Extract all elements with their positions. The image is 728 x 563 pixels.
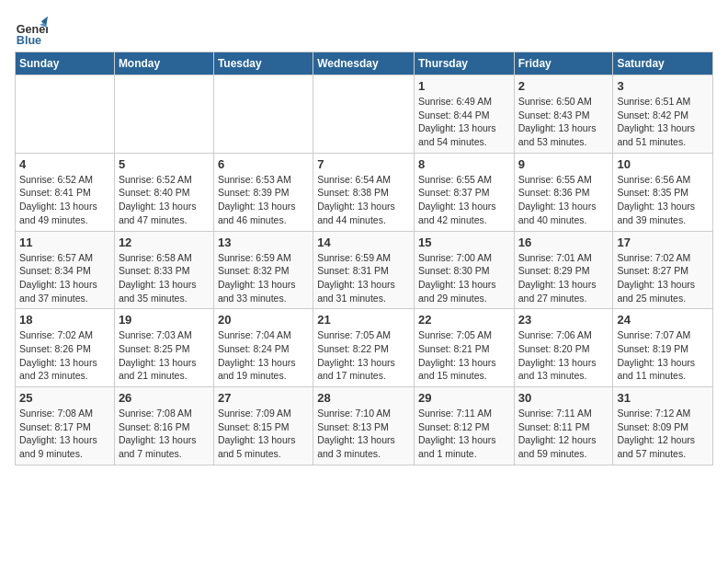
calendar-cell: 31Sunrise: 7:12 AM Sunset: 8:09 PM Dayli… bbox=[613, 387, 713, 465]
day-info: Sunrise: 7:02 AM Sunset: 8:27 PM Dayligh… bbox=[617, 251, 709, 305]
day-number: 30 bbox=[518, 391, 609, 405]
calendar-cell: 14Sunrise: 6:59 AM Sunset: 8:31 PM Dayli… bbox=[313, 231, 415, 309]
day-number: 26 bbox=[119, 391, 210, 405]
day-number: 3 bbox=[617, 79, 709, 93]
day-number: 29 bbox=[418, 391, 510, 405]
day-info: Sunrise: 7:12 AM Sunset: 8:09 PM Dayligh… bbox=[617, 407, 709, 461]
calendar-cell bbox=[16, 75, 115, 154]
calendar-cell: 25Sunrise: 7:08 AM Sunset: 8:17 PM Dayli… bbox=[16, 387, 115, 465]
column-header-wednesday: Wednesday bbox=[313, 52, 415, 75]
day-info: Sunrise: 7:08 AM Sunset: 8:17 PM Dayligh… bbox=[19, 407, 110, 461]
calendar-week-row: 25Sunrise: 7:08 AM Sunset: 8:17 PM Dayli… bbox=[16, 387, 713, 465]
day-number: 2 bbox=[518, 79, 609, 93]
calendar-cell: 15Sunrise: 7:00 AM Sunset: 8:30 PM Dayli… bbox=[414, 231, 514, 309]
day-info: Sunrise: 6:54 AM Sunset: 8:38 PM Dayligh… bbox=[317, 173, 410, 227]
calendar-cell: 1Sunrise: 6:49 AM Sunset: 8:44 PM Daylig… bbox=[414, 75, 514, 154]
day-info: Sunrise: 6:59 AM Sunset: 8:32 PM Dayligh… bbox=[218, 251, 309, 305]
calendar-cell: 29Sunrise: 7:11 AM Sunset: 8:12 PM Dayli… bbox=[414, 387, 514, 465]
day-number: 27 bbox=[218, 391, 309, 405]
calendar-cell: 22Sunrise: 7:05 AM Sunset: 8:21 PM Dayli… bbox=[414, 309, 514, 387]
calendar-cell: 21Sunrise: 7:05 AM Sunset: 8:22 PM Dayli… bbox=[313, 309, 415, 387]
day-number: 14 bbox=[317, 236, 410, 249]
calendar-cell: 26Sunrise: 7:08 AM Sunset: 8:16 PM Dayli… bbox=[114, 387, 213, 465]
day-info: Sunrise: 6:59 AM Sunset: 8:31 PM Dayligh… bbox=[317, 251, 410, 305]
day-info: Sunrise: 7:10 AM Sunset: 8:13 PM Dayligh… bbox=[317, 407, 410, 461]
day-info: Sunrise: 7:01 AM Sunset: 8:29 PM Dayligh… bbox=[518, 251, 609, 305]
day-number: 18 bbox=[19, 313, 110, 327]
calendar-cell: 23Sunrise: 7:06 AM Sunset: 8:20 PM Dayli… bbox=[514, 309, 613, 387]
day-info: Sunrise: 6:53 AM Sunset: 8:39 PM Dayligh… bbox=[218, 173, 309, 227]
calendar-cell: 5Sunrise: 6:52 AM Sunset: 8:40 PM Daylig… bbox=[114, 153, 213, 231]
day-info: Sunrise: 7:04 AM Sunset: 8:24 PM Dayligh… bbox=[218, 328, 309, 383]
calendar-cell: 2Sunrise: 6:50 AM Sunset: 8:43 PM Daylig… bbox=[514, 75, 613, 154]
calendar-cell: 7Sunrise: 6:54 AM Sunset: 8:38 PM Daylig… bbox=[313, 153, 415, 231]
page-header: General Blue bbox=[15, 15, 713, 48]
calendar-cell: 6Sunrise: 6:53 AM Sunset: 8:39 PM Daylig… bbox=[213, 153, 313, 231]
column-header-saturday: Saturday bbox=[613, 52, 713, 75]
calendar-cell: 4Sunrise: 6:52 AM Sunset: 8:41 PM Daylig… bbox=[16, 153, 115, 231]
day-info: Sunrise: 7:11 AM Sunset: 8:12 PM Dayligh… bbox=[418, 407, 510, 461]
svg-text:Blue: Blue bbox=[17, 34, 41, 47]
calendar-cell bbox=[114, 75, 213, 154]
day-number: 25 bbox=[19, 391, 110, 405]
day-number: 17 bbox=[617, 236, 709, 249]
day-number: 16 bbox=[518, 236, 609, 249]
day-info: Sunrise: 6:52 AM Sunset: 8:41 PM Dayligh… bbox=[19, 173, 110, 227]
day-info: Sunrise: 7:07 AM Sunset: 8:19 PM Dayligh… bbox=[617, 328, 709, 383]
day-number: 15 bbox=[418, 236, 510, 249]
calendar-cell: 11Sunrise: 6:57 AM Sunset: 8:34 PM Dayli… bbox=[16, 231, 115, 309]
column-header-tuesday: Tuesday bbox=[213, 52, 313, 75]
day-info: Sunrise: 7:05 AM Sunset: 8:22 PM Dayligh… bbox=[317, 328, 410, 383]
calendar-header-row: SundayMondayTuesdayWednesdayThursdayFrid… bbox=[16, 52, 713, 75]
day-info: Sunrise: 6:55 AM Sunset: 8:37 PM Dayligh… bbox=[418, 173, 510, 227]
logo-icon: General Blue bbox=[15, 15, 48, 48]
day-number: 19 bbox=[119, 313, 210, 327]
calendar-cell: 10Sunrise: 6:56 AM Sunset: 8:35 PM Dayli… bbox=[613, 153, 713, 231]
day-info: Sunrise: 6:52 AM Sunset: 8:40 PM Dayligh… bbox=[119, 173, 210, 227]
day-info: Sunrise: 6:57 AM Sunset: 8:34 PM Dayligh… bbox=[19, 251, 110, 305]
calendar-week-row: 4Sunrise: 6:52 AM Sunset: 8:41 PM Daylig… bbox=[16, 153, 713, 231]
calendar-cell: 13Sunrise: 6:59 AM Sunset: 8:32 PM Dayli… bbox=[213, 231, 313, 309]
day-info: Sunrise: 7:11 AM Sunset: 8:11 PM Dayligh… bbox=[518, 407, 609, 461]
calendar-cell: 20Sunrise: 7:04 AM Sunset: 8:24 PM Dayli… bbox=[213, 309, 313, 387]
calendar-cell: 27Sunrise: 7:09 AM Sunset: 8:15 PM Dayli… bbox=[213, 387, 313, 465]
calendar-cell: 8Sunrise: 6:55 AM Sunset: 8:37 PM Daylig… bbox=[414, 153, 514, 231]
day-number: 24 bbox=[617, 313, 709, 327]
day-number: 8 bbox=[418, 157, 510, 171]
calendar-cell: 9Sunrise: 6:55 AM Sunset: 8:36 PM Daylig… bbox=[514, 153, 613, 231]
calendar-cell: 19Sunrise: 7:03 AM Sunset: 8:25 PM Dayli… bbox=[114, 309, 213, 387]
day-number: 21 bbox=[317, 313, 410, 327]
day-info: Sunrise: 6:51 AM Sunset: 8:42 PM Dayligh… bbox=[617, 95, 709, 149]
day-info: Sunrise: 6:55 AM Sunset: 8:36 PM Dayligh… bbox=[518, 173, 609, 227]
day-info: Sunrise: 7:02 AM Sunset: 8:26 PM Dayligh… bbox=[19, 328, 110, 383]
day-number: 12 bbox=[119, 236, 210, 249]
column-header-friday: Friday bbox=[514, 52, 613, 75]
calendar-cell: 30Sunrise: 7:11 AM Sunset: 8:11 PM Dayli… bbox=[514, 387, 613, 465]
calendar-cell: 18Sunrise: 7:02 AM Sunset: 8:26 PM Dayli… bbox=[16, 309, 115, 387]
calendar-cell: 24Sunrise: 7:07 AM Sunset: 8:19 PM Dayli… bbox=[613, 309, 713, 387]
day-info: Sunrise: 6:56 AM Sunset: 8:35 PM Dayligh… bbox=[617, 173, 709, 227]
calendar-cell bbox=[213, 75, 313, 154]
day-number: 1 bbox=[418, 79, 510, 93]
day-number: 6 bbox=[218, 157, 309, 171]
day-info: Sunrise: 6:58 AM Sunset: 8:33 PM Dayligh… bbox=[119, 251, 210, 305]
calendar-cell: 3Sunrise: 6:51 AM Sunset: 8:42 PM Daylig… bbox=[613, 75, 713, 154]
calendar-cell: 17Sunrise: 7:02 AM Sunset: 8:27 PM Dayli… bbox=[613, 231, 713, 309]
day-number: 20 bbox=[218, 313, 309, 327]
day-number: 7 bbox=[317, 157, 410, 171]
calendar-cell bbox=[313, 75, 415, 154]
day-number: 31 bbox=[617, 391, 709, 405]
calendar-week-row: 1Sunrise: 6:49 AM Sunset: 8:44 PM Daylig… bbox=[16, 75, 713, 154]
calendar-table: SundayMondayTuesdayWednesdayThursdayFrid… bbox=[15, 52, 713, 465]
calendar-cell: 12Sunrise: 6:58 AM Sunset: 8:33 PM Dayli… bbox=[114, 231, 213, 309]
day-number: 22 bbox=[418, 313, 510, 327]
day-number: 5 bbox=[119, 157, 210, 171]
day-number: 11 bbox=[19, 236, 110, 249]
day-number: 13 bbox=[218, 236, 309, 249]
day-info: Sunrise: 7:08 AM Sunset: 8:16 PM Dayligh… bbox=[119, 407, 210, 461]
day-number: 10 bbox=[617, 157, 709, 171]
day-number: 4 bbox=[19, 157, 110, 171]
logo: General Blue bbox=[15, 15, 51, 48]
day-info: Sunrise: 7:05 AM Sunset: 8:21 PM Dayligh… bbox=[418, 328, 510, 383]
day-info: Sunrise: 6:49 AM Sunset: 8:44 PM Dayligh… bbox=[418, 95, 510, 149]
